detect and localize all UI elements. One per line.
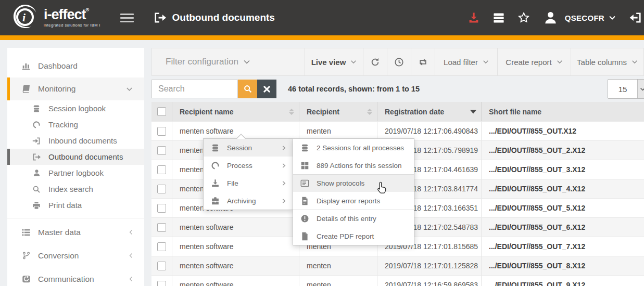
records-summary: 46 total records, shown: from 1 to 15 — [288, 85, 420, 93]
column-header-short-file-name[interactable]: Short file name — [482, 102, 644, 121]
cell-recipient: menten — [299, 256, 377, 275]
submenu-item-create-pdf-report[interactable]: Create PDF report — [293, 227, 414, 245]
submenu-item-display-error-reports[interactable]: Display error reports — [293, 192, 414, 210]
close-icon — [263, 86, 270, 93]
table-row[interactable]: menten software menten 2019/07/18 12:17:… — [151, 256, 644, 275]
sidebar-item-conversion[interactable]: Conversion — [7, 244, 144, 267]
refresh-icon — [370, 57, 380, 67]
sidebar-item-outbound-documents[interactable]: Outbound documents — [7, 149, 144, 165]
clear-search-button[interactable] — [257, 80, 276, 98]
user-menu[interactable]: QSECOFR — [544, 11, 616, 25]
cell-short-file-name: .../EDI/OUT//855_OUT_8.X12 — [482, 256, 644, 275]
chevron-right-icon — [282, 163, 286, 168]
sidebar-item-communication[interactable]: Communication — [7, 267, 144, 286]
table-columns-label: Table columns — [577, 58, 627, 67]
bar-chart-icon — [21, 61, 31, 71]
menu-toggle-icon[interactable] — [120, 11, 134, 24]
row-checkbox[interactable] — [157, 185, 166, 193]
cell-short-file-name: .../EDI/OUT//855_OUT_3.X12 — [482, 160, 644, 179]
sidebar-item-print-data[interactable]: Print data — [7, 197, 144, 213]
row-checkbox[interactable] — [157, 262, 166, 270]
cell-recipient-name: menten software — [172, 237, 299, 256]
table-row[interactable]: menten software menten 2019/07/18 12:17:… — [151, 121, 644, 140]
chevron-down-icon — [609, 14, 616, 21]
sidebar-item-session-logbook[interactable]: Session logbook — [7, 100, 144, 116]
row-checkbox[interactable] — [157, 146, 166, 155]
row-checkbox[interactable] — [157, 127, 166, 136]
sidebar-item-master-data[interactable]: Master data — [7, 220, 144, 244]
filter-toolbar: Filter configuration Live view Load filt… — [151, 48, 644, 76]
table-columns-dropdown[interactable]: Table columns — [571, 48, 643, 75]
column-header-recipient-name[interactable]: Recipient name — [172, 102, 299, 121]
auto-reload-button[interactable] — [411, 48, 435, 75]
star-icon[interactable] — [517, 11, 530, 24]
schedule-button[interactable] — [387, 48, 411, 75]
briefcase-icon — [211, 197, 220, 205]
context-menu: Session Process File Archiving — [203, 138, 293, 210]
svg-text:i: i — [22, 11, 26, 24]
circle-icon — [31, 121, 42, 129]
live-view-dropdown[interactable]: Live view — [305, 48, 363, 75]
username: QSECOFR — [565, 14, 604, 22]
row-checkbox[interactable] — [157, 223, 166, 232]
logout-icon[interactable] — [629, 11, 642, 24]
load-filter-dropdown[interactable]: Load filter — [435, 48, 498, 75]
share-icon — [21, 275, 31, 283]
search-input[interactable] — [151, 80, 238, 98]
accent-bar — [0, 35, 644, 40]
row-checkbox[interactable] — [157, 281, 166, 286]
sidebar-item-index-search[interactable]: Index search — [7, 181, 144, 197]
cell-short-file-name: .../EDI/OUT//855_OUT_9.X12 — [482, 276, 644, 286]
menu-item-process[interactable]: Process — [204, 157, 293, 174]
sidebar-item-monitoring[interactable]: Monitoring — [7, 77, 144, 100]
cell-recipient-name: menten software — [172, 276, 299, 286]
chevron-right-icon — [282, 146, 286, 150]
column-header-recipient[interactable]: Recipient — [299, 102, 377, 121]
logo-name: i-effect — [44, 7, 86, 22]
sidebar-item-label: Conversion — [38, 251, 79, 261]
download-icon[interactable] — [468, 11, 480, 24]
refresh-button[interactable] — [363, 48, 387, 75]
chevron-right-icon — [282, 199, 286, 203]
create-report-dropdown[interactable]: Create report — [498, 48, 571, 75]
page-title-group: Outbound documents — [154, 11, 275, 24]
row-checkbox[interactable] — [157, 165, 166, 174]
server-icon[interactable] — [493, 11, 505, 24]
search-button[interactable] — [238, 80, 257, 98]
list-icon — [21, 228, 31, 237]
sidebar-divider — [7, 218, 144, 218]
submenu-item-details-of-this-entry[interactable]: Details of this entry — [293, 210, 414, 227]
filter-configuration-dropdown[interactable]: Filter configuration — [152, 48, 305, 75]
sign-out-icon — [154, 11, 166, 24]
row-checkbox[interactable] — [157, 242, 166, 251]
submenu-item-sessions-for-all-processes[interactable]: 2 Sessions for all processes — [293, 139, 414, 157]
chevron-right-icon — [282, 181, 286, 186]
column-header-registration-date[interactable]: Registration date — [377, 102, 482, 121]
chevron-down-icon — [350, 59, 357, 65]
sidebar-item-inbound-documents[interactable]: Inbound documents — [7, 133, 144, 149]
sidebar-item-label: Dashboard — [38, 61, 78, 71]
menu-item-session[interactable]: Session — [204, 139, 293, 157]
sidebar-item-label: Index search — [48, 185, 93, 193]
cell-recipient: menten — [299, 276, 377, 286]
sidebar-item-label: Monitoring — [38, 84, 75, 94]
sidebar-item-tracking[interactable]: Tracking — [7, 116, 144, 133]
sidebar-item-label: Session logbook — [48, 104, 106, 113]
submenu-item-actions-for-this-session[interactable]: 889 Actions for this session — [293, 157, 414, 174]
live-view-label: Live view — [311, 58, 346, 67]
submenu-item-show-protocols[interactable]: Show protocols — [293, 174, 414, 192]
select-all-checkbox[interactable] — [157, 107, 166, 116]
filter-configuration-label: Filter configuration — [166, 57, 238, 67]
table-header-row: Recipient name Recipient Registration da… — [151, 102, 644, 121]
sidebar-item-dashboard[interactable]: Dashboard — [7, 55, 144, 77]
sidebar-item-partner-logbook[interactable]: Partner logbook — [7, 165, 144, 181]
repeat-icon — [418, 57, 428, 67]
row-checkbox[interactable] — [157, 204, 166, 213]
table-row[interactable]: menten software menten 2019/07/18 12:16:… — [151, 275, 644, 286]
sidebar-item-label: Partner logbook — [48, 168, 104, 177]
user-icon — [544, 11, 558, 25]
sidebar-item-label: Communication — [38, 275, 94, 284]
menu-item-archiving[interactable]: Archiving — [204, 192, 293, 210]
page-size-select[interactable]: 15 — [608, 79, 644, 99]
menu-item-file[interactable]: File — [204, 174, 293, 192]
